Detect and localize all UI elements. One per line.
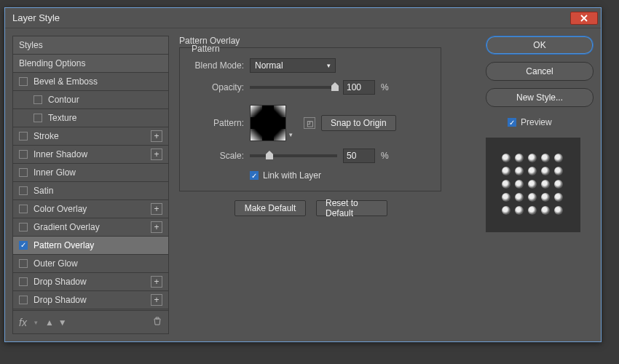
fx-icon[interactable]: fx [19,317,27,328]
style-item-contour[interactable]: Contour [13,91,168,109]
style-checkbox[interactable] [19,168,28,177]
style-item-pattern-overlay[interactable]: Pattern Overlay [13,237,168,255]
style-item-label: Drop Shadow [33,295,87,305]
pattern-dropdown[interactable]: ▾ [289,105,298,141]
style-checkbox[interactable] [33,95,42,104]
styles-header[interactable]: Styles [13,36,168,55]
style-checkbox[interactable] [19,259,28,268]
snap-to-origin-button[interactable]: Snap to Origin [321,115,396,131]
preview-box [486,138,580,232]
pattern-label: Pattern: [189,118,244,128]
blend-mode-value: Normal [255,60,283,71]
titlebar[interactable]: Layer Style [5,8,601,28]
new-style-button[interactable]: New Style... [486,88,594,107]
preview-checkbox[interactable] [508,118,516,127]
reset-default-button[interactable]: Reset to Default [316,200,387,216]
style-item-inner-shadow[interactable]: Inner Shadow+ [13,146,168,164]
add-effect-icon[interactable]: + [151,149,162,160]
style-checkbox[interactable] [19,150,28,159]
style-checkbox[interactable] [33,114,42,122]
close-button[interactable] [570,12,598,25]
blend-mode-select[interactable]: Normal ▾ [250,58,336,73]
styles-footer: fx ▾ ▲ ▼ [13,310,168,333]
right-panel: OK Cancel New Style... Preview [486,36,594,334]
style-item-drop-shadow[interactable]: Drop Shadow+ [13,291,168,309]
opacity-slider[interactable] [250,86,337,89]
scale-thumb[interactable] [266,151,273,159]
style-item-satin[interactable]: Satin [13,182,168,200]
style-item-label: Contour [48,95,79,105]
style-checkbox[interactable] [19,205,28,213]
dialog-title: Layer Style [8,12,60,23]
link-with-layer-checkbox[interactable] [250,171,259,180]
style-item-label: Outer Glow [33,258,78,269]
style-item-label: Inner Shadow [33,149,87,159]
style-checkbox[interactable] [19,132,28,141]
blending-label: Blending Options [19,58,85,68]
blend-mode-label: Blend Mode: [189,60,244,71]
style-item-stroke[interactable]: Stroke+ [13,127,168,146]
close-icon [580,15,588,22]
style-item-label: Gradient Overlay [33,222,100,232]
style-item-drop-shadow[interactable]: Drop Shadow+ [13,273,168,291]
settings-panel: Pattern Overlay Pattern Blend Mode: Norm… [179,36,476,334]
style-item-label: Texture [48,113,76,123]
opacity-input[interactable]: 100 [343,80,375,95]
style-checkbox[interactable] [19,296,28,304]
layer-style-dialog: Layer Style Styles Blending Options Beve… [4,7,602,342]
style-item-label: Inner Glow [33,167,76,178]
style-item-outer-glow[interactable]: Outer Glow [13,255,168,273]
blending-options-item[interactable]: Blending Options [13,55,168,73]
styles-label: Styles [19,40,43,50]
style-item-inner-glow[interactable]: Inner Glow [13,164,168,182]
add-effect-icon[interactable]: + [151,294,162,306]
style-checkbox[interactable] [19,77,28,86]
style-item-label: Bevel & Emboss [33,76,98,87]
add-effect-icon[interactable]: + [151,276,162,288]
link-with-layer-label: Link with Layer [263,170,321,181]
style-item-gradient-overlay[interactable]: Gradient Overlay+ [13,218,168,237]
preview-label: Preview [521,117,552,127]
opacity-label: Opacity: [189,82,244,92]
style-item-texture[interactable]: Texture [13,109,168,127]
add-effect-icon[interactable]: + [151,130,162,142]
style-item-label: Stroke [33,131,59,141]
style-checkbox[interactable] [19,223,28,232]
style-item-color-overlay[interactable]: Color Overlay+ [13,200,168,218]
fx-chevron: ▾ [34,319,38,326]
cancel-button[interactable]: Cancel [486,62,594,81]
styles-list: Styles Blending Options Bevel & EmbossCo… [12,36,169,334]
preview-pattern [502,154,564,216]
opacity-thumb[interactable] [331,82,339,91]
chevron-down-icon: ▾ [327,62,331,69]
add-effect-icon[interactable]: + [151,203,162,215]
opacity-unit: % [381,82,389,92]
snap-new-icon[interactable]: ◰ [304,117,315,129]
scale-slider[interactable] [250,154,337,157]
style-item-label: Pattern Overlay [33,240,94,250]
trash-icon[interactable] [152,316,162,328]
arrow-down-icon[interactable]: ▼ [58,317,67,328]
add-effect-icon[interactable]: + [151,221,162,233]
style-checkbox[interactable] [19,277,28,286]
style-item-label: Satin [33,186,53,196]
style-item-label: Drop Shadow [33,277,87,287]
scale-unit: % [381,151,389,161]
pattern-swatch[interactable] [250,105,286,141]
style-item-label: Color Overlay [33,204,87,214]
style-checkbox[interactable] [19,186,28,195]
ok-button[interactable]: OK [486,36,594,55]
scale-input[interactable]: 50 [343,149,375,163]
scale-label: Scale: [189,151,244,161]
arrow-up-icon[interactable]: ▲ [45,317,54,328]
make-default-button[interactable]: Make Default [234,200,306,216]
style-item-bevel-emboss[interactable]: Bevel & Emboss [13,73,168,91]
style-checkbox[interactable] [19,241,28,250]
